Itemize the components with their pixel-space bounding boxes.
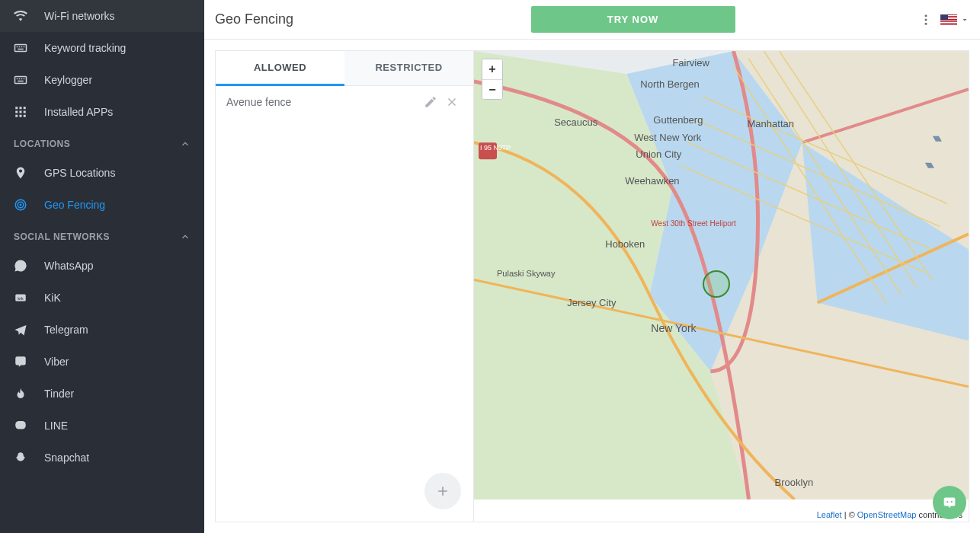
svg-point-56: [946, 501, 948, 503]
flag-us-icon: [940, 14, 957, 25]
section-title: LOCATIONS: [14, 139, 70, 149]
sidebar-label: KiK: [44, 292, 61, 304]
svg-text:Weehawken: Weehawken: [625, 175, 679, 187]
svg-rect-15: [15, 111, 18, 113]
sidebar-label: Tinder: [44, 388, 74, 400]
sidebar-label: Installed APPs: [44, 106, 113, 118]
map[interactable]: Fairview North Bergen Guttenberg Secaucu…: [474, 50, 969, 522]
svg-text:I 95
NJTP: I 95 NJTP: [480, 144, 511, 152]
zoom-out-button[interactable]: −: [482, 79, 502, 99]
svg-text:West 30th
Street Heliport: West 30th Street Heliport: [651, 219, 736, 228]
whatsapp-icon: [14, 259, 27, 273]
leaflet-link[interactable]: Leaflet: [817, 510, 842, 519]
chat-icon: [941, 494, 958, 511]
svg-text:North Bergen: North Bergen: [640, 78, 699, 90]
svg-point-57: [951, 501, 953, 503]
viber-icon: [14, 355, 27, 369]
pin-icon: [14, 166, 27, 180]
sidebar-item-whatsapp[interactable]: WhatsApp: [0, 250, 204, 282]
svg-rect-12: [15, 107, 18, 109]
sidebar-item-keylogger[interactable]: Keylogger: [0, 64, 204, 96]
svg-rect-10: [24, 78, 25, 80]
svg-rect-20: [24, 115, 26, 117]
main: Geo Fencing TRY NOW ALLOWED RESTRICTED A…: [204, 0, 980, 533]
svg-rect-0: [15, 45, 27, 52]
snapchat-icon: [14, 451, 27, 464]
apps-icon: [14, 105, 27, 119]
svg-rect-8: [19, 78, 21, 80]
edit-icon[interactable]: [420, 95, 441, 109]
svg-rect-55: [944, 498, 956, 506]
svg-rect-17: [24, 111, 26, 113]
svg-rect-3: [21, 46, 23, 48]
sidebar-item-keyword[interactable]: Keyword tracking: [0, 32, 204, 64]
sidebar-label: Telegram: [44, 324, 88, 336]
zoom-in-button[interactable]: +: [482, 59, 502, 79]
svg-rect-2: [19, 46, 21, 48]
close-icon[interactable]: [441, 95, 463, 109]
svg-rect-26: [15, 421, 26, 429]
svg-rect-7: [17, 78, 18, 80]
sidebar-item-telegram[interactable]: Telegram: [0, 314, 204, 346]
line-icon: [14, 419, 27, 432]
sidebar-item-apps[interactable]: Installed APPs: [0, 96, 204, 128]
sidebar-item-geofencing[interactable]: Geo Fencing: [0, 189, 204, 221]
target-icon: [14, 198, 27, 212]
fence-name: Avenue fence: [226, 96, 420, 108]
svg-text:New York: New York: [651, 322, 697, 334]
sidebar-item-snapchat[interactable]: Snapchat: [0, 442, 204, 474]
sidebar-label: WhatsApp: [44, 260, 94, 272]
plus-icon: [435, 484, 450, 499]
more-icon[interactable]: [919, 13, 933, 27]
osm-link[interactable]: OpenStreetMap: [857, 510, 917, 519]
svg-rect-1: [17, 46, 18, 48]
sidebar-label: Snapchat: [44, 452, 89, 464]
svg-text:Guttenberg: Guttenberg: [653, 114, 703, 126]
keylogger-icon: [14, 73, 27, 87]
geofence-circle[interactable]: [703, 270, 730, 298]
tab-restricted[interactable]: RESTRICTED: [344, 50, 473, 85]
language-selector[interactable]: [940, 14, 969, 25]
sidebar-item-kik[interactable]: kik KiK: [0, 282, 204, 314]
svg-text:kik: kik: [18, 296, 24, 301]
sidebar-label: Geo Fencing: [44, 199, 105, 211]
fence-panel: ALLOWED RESTRICTED Avenue fence: [215, 50, 474, 522]
sidebar-label: Keyword tracking: [44, 42, 126, 54]
sidebar-item-line[interactable]: LINE: [0, 410, 204, 442]
fence-list: Avenue fence: [216, 86, 473, 522]
add-fence-button[interactable]: [424, 473, 461, 509]
svg-rect-4: [24, 46, 25, 48]
svg-rect-11: [18, 81, 24, 82]
sidebar-label: Keylogger: [44, 74, 92, 86]
sidebar-item-viber[interactable]: Viber: [0, 346, 204, 378]
sidebar-item-tinder[interactable]: Tinder: [0, 378, 204, 410]
tinder-icon: [14, 387, 27, 401]
sidebar-label: Viber: [44, 356, 69, 368]
chevron-up-icon: [180, 139, 191, 149]
svg-text:Brooklyn: Brooklyn: [775, 477, 814, 488]
sidebar-section-locations[interactable]: LOCATIONS: [0, 128, 204, 157]
svg-point-27: [925, 14, 927, 17]
sidebar-section-social[interactable]: SOCIAL NETWORKS: [0, 221, 204, 250]
try-now-button[interactable]: TRY NOW: [531, 6, 735, 33]
svg-text:Secaucus: Secaucus: [554, 116, 598, 128]
svg-point-28: [925, 18, 927, 21]
svg-text:Jersey City: Jersey City: [567, 297, 617, 308]
sidebar-label: Wi-Fi networks: [44, 10, 115, 22]
svg-rect-18: [15, 115, 18, 117]
tab-allowed[interactable]: ALLOWED: [216, 50, 344, 86]
chat-button[interactable]: [933, 486, 966, 519]
fence-row[interactable]: Avenue fence: [216, 86, 473, 118]
svg-rect-19: [20, 115, 22, 117]
chevron-up-icon: [180, 231, 191, 242]
sidebar-item-gps[interactable]: GPS Locations: [0, 157, 204, 189]
sidebar: Wi-Fi networks Keyword tracking Keylogge…: [0, 0, 204, 533]
svg-text:Manhattan: Manhattan: [748, 118, 794, 129]
svg-rect-6: [15, 77, 27, 84]
svg-rect-9: [21, 78, 23, 80]
svg-rect-5: [18, 49, 24, 50]
svg-text:Fairview: Fairview: [672, 57, 709, 69]
keyboard-icon: [14, 41, 27, 55]
sidebar-item-wifi[interactable]: Wi-Fi networks: [0, 0, 204, 32]
wifi-icon: [14, 9, 27, 23]
